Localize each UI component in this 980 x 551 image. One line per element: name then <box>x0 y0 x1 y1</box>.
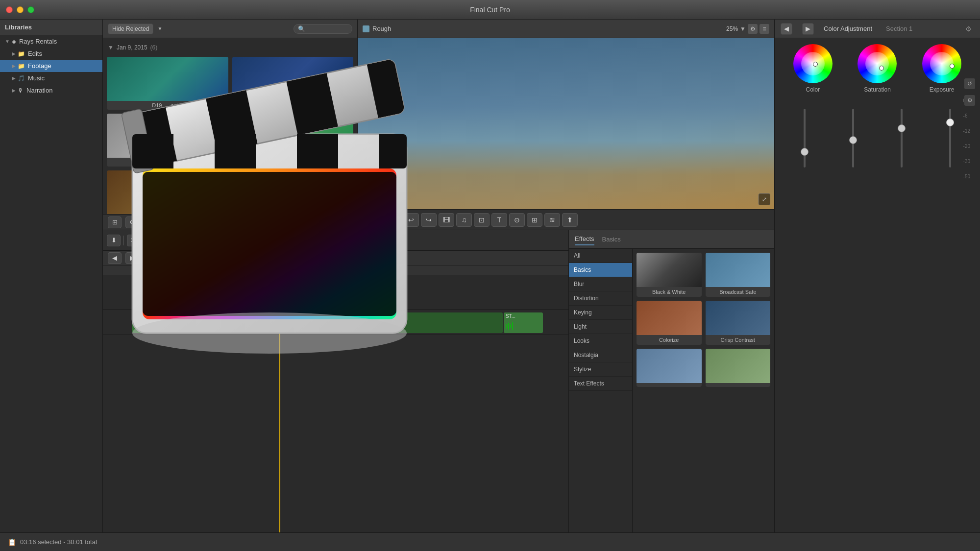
saturation-wheel[interactable] <box>858 44 897 83</box>
category-stylize[interactable]: Stylize <box>569 362 632 377</box>
import-button[interactable]: ⬇ <box>107 235 121 246</box>
text-button[interactable]: T <box>491 213 507 227</box>
gear-button[interactable]: ⚙ <box>125 216 139 228</box>
video-clip-3[interactable]: 17A0... <box>360 277 399 308</box>
statusbar-icon: 📋 <box>8 538 16 546</box>
close-button[interactable] <box>6 6 13 13</box>
audio-clip-1[interactable]: STE-041 <box>132 312 230 333</box>
sidebar-item-footage[interactable]: ▶ 📁 Footage <box>0 60 102 72</box>
music-button[interactable]: ♫ <box>456 213 472 227</box>
video-clip-1[interactable]: D19_2_033_master <box>132 277 270 308</box>
effects-tab-basics[interactable]: Basics <box>602 234 621 245</box>
audio-clip-4[interactable]: ST... <box>504 312 543 333</box>
category-text-effects[interactable]: Text Effects <box>569 377 632 391</box>
viewer-settings-button[interactable]: ⚙ <box>748 24 758 34</box>
inspector-button[interactable]: 🔧 <box>171 235 186 246</box>
color-panel-gear-button[interactable]: ⚙ <box>962 23 974 35</box>
saturation-wheel-label: Saturation <box>864 86 891 93</box>
select-tool-button[interactable]: ↖▼ <box>193 235 210 246</box>
category-basics[interactable]: Basics <box>569 263 632 277</box>
browser-clip-1[interactable]: D19_....aster <box>107 57 228 110</box>
browser-clip-5[interactable]: 17A0...aster <box>107 170 228 214</box>
effect-broadcast[interactable]: Broadcast Safe <box>706 253 771 297</box>
category-looks[interactable]: Looks <box>569 334 632 348</box>
browser-clip-4[interactable]: D19_....aste <box>232 114 354 167</box>
db-neg30: -30 <box>963 159 970 164</box>
category-blur[interactable]: Blur <box>569 277 632 291</box>
effect-thumbnail-preset1 <box>637 349 702 383</box>
reset-button[interactable]: ↺ <box>964 78 975 89</box>
color-wheel[interactable] <box>793 44 833 83</box>
hide-rejected-button[interactable]: Hide Rejected <box>108 24 153 34</box>
back-button[interactable]: ◀ <box>362 213 377 227</box>
color-button[interactable]: ⊙ <box>509 213 525 227</box>
maximize-button[interactable] <box>27 6 34 13</box>
effect-preset2[interactable] <box>706 349 771 387</box>
fullscreen-button[interactable]: ⤢ <box>759 193 770 205</box>
expand-arrow-icon: ▶ <box>12 88 16 93</box>
category-nostalgia[interactable]: Nostalgia <box>569 348 632 362</box>
video-clip-2[interactable]: 17A032_006_master <box>270 277 359 308</box>
exposure-wheel[interactable] <box>922 44 961 83</box>
transform-button[interactable]: ⊞ <box>527 213 542 227</box>
grid-view-button[interactable]: ⊟ <box>161 216 174 228</box>
browser-search-input[interactable] <box>294 24 352 34</box>
effect-name-colorize: Colorize <box>637 335 702 345</box>
audio-clip-bg[interactable] <box>317 312 503 333</box>
minimize-button[interactable] <box>17 6 24 13</box>
browser-clip-3[interactable]: 17A0...aster <box>107 114 228 167</box>
browser-status-text: 1 of 6 selected, 05:07 <box>178 219 235 226</box>
audio-clips: STE-041 <box>132 312 568 333</box>
timeline-play-button[interactable]: ▶ <box>125 252 139 264</box>
favorite-button[interactable]: ★ <box>140 235 151 246</box>
play-button[interactable]: ▶ <box>379 213 395 227</box>
share-button[interactable]: ⬆ <box>562 213 578 227</box>
effect-crisp[interactable]: Crisp Contrast <box>706 301 771 345</box>
slider-4-thumb[interactable] <box>946 119 954 126</box>
status-indicator <box>241 219 246 225</box>
sidebar-item-music[interactable]: ▶ 🎵 Music <box>0 72 102 84</box>
audio-clip-3[interactable]: STE... <box>271 312 311 333</box>
audio-clip-2[interactable]: STE-... <box>231 312 270 333</box>
filmstrip-button[interactable]: 🎞 <box>439 213 454 227</box>
sidebar: Libraries ▼ ◈ Rays Rentals ▶ 📁 Edits ▶ 📁… <box>0 20 103 551</box>
cut-video-button[interactable]: ⊡ <box>474 213 490 227</box>
slider-2-thumb[interactable] <box>849 136 857 144</box>
view-toggle-button[interactable]: ⊞ <box>108 216 122 228</box>
effect-colorize[interactable]: Colorize <box>637 301 702 345</box>
slider-3-thumb[interactable] <box>898 124 906 132</box>
category-keying[interactable]: Keying <box>569 306 632 320</box>
color-panel-prev-button[interactable]: ◀ <box>781 23 792 35</box>
effect-name-bw: Black & White <box>637 287 702 297</box>
timeline-content: 00:00:00:00 00:00:05:00 <box>103 265 568 532</box>
redo-button[interactable]: ↪ <box>421 213 437 227</box>
browser-date-header: ▼ Jan 9, 2015 (6) <box>107 42 353 53</box>
category-distortion[interactable]: Distortion <box>569 291 632 306</box>
viewer-options-button[interactable]: ≡ <box>760 24 769 34</box>
browser-clip-2[interactable]: D19_....aster <box>232 57 354 110</box>
sidebar-item-edits[interactable]: ▶ 📁 Edits <box>0 48 102 60</box>
category-all[interactable]: All <box>569 249 632 263</box>
list-view-button[interactable]: ≡ <box>143 216 157 228</box>
category-light[interactable]: Light <box>569 320 632 334</box>
sidebar-item-narration[interactable]: ▶ 🎙 Narration <box>0 84 102 96</box>
audio-meter-button[interactable]: ≋ <box>544 213 560 227</box>
timeline-back-button[interactable]: ◀ <box>108 252 122 264</box>
exposure-wheel-dot[interactable] <box>950 64 955 69</box>
browser-clip-6[interactable]: 17A0...aster <box>232 170 354 214</box>
statusbar-text: 03:16 selected - 30:01 total <box>20 538 97 546</box>
clip-thumbnail-1 <box>107 57 228 101</box>
color-panel-next-button[interactable]: ▶ <box>802 23 814 35</box>
color-wheel-dot[interactable] <box>813 62 818 67</box>
sidebar-item-label: Edits <box>28 50 42 57</box>
slider-1-thumb[interactable] <box>801 148 808 156</box>
flag-button[interactable]: ⚑ <box>152 235 164 246</box>
reject-button[interactable]: ✕ <box>127 235 139 246</box>
effect-bw[interactable]: Black & White <box>637 253 702 297</box>
panel-settings-button[interactable]: ⚙ <box>964 95 975 106</box>
undo-button[interactable]: ↩ <box>403 213 419 227</box>
effects-tab-effects[interactable]: Effects <box>575 233 594 245</box>
expand-arrow-icon: ▶ <box>12 51 16 56</box>
effect-preset1[interactable] <box>637 349 702 387</box>
sidebar-item-rays-rentals[interactable]: ▼ ◈ Rays Rentals <box>0 35 102 48</box>
